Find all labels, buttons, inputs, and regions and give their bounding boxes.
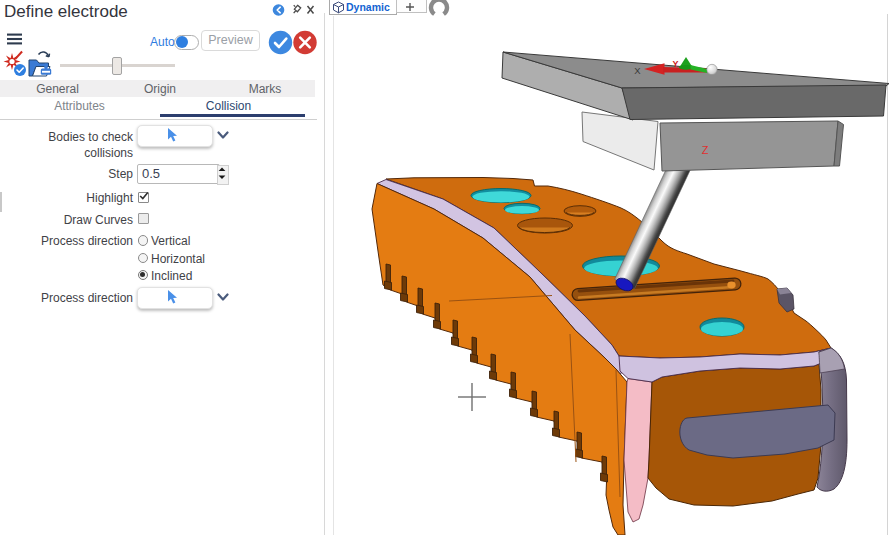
- svg-text:Y: Y: [672, 59, 678, 69]
- svg-text:Z: Z: [702, 144, 709, 156]
- svg-text:X: X: [634, 65, 641, 76]
